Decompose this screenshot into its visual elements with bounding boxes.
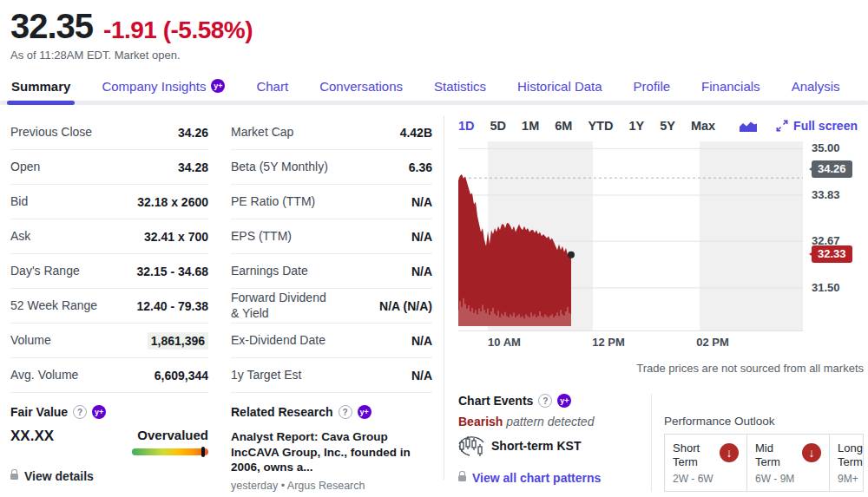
chart-events-title: Chart Events (458, 394, 533, 408)
row-label: Earnings Date (231, 264, 308, 279)
quote-table-right: Market Cap4.42BBeta (5Y Monthly)6.36PE R… (231, 115, 432, 497)
pattern-name: Short-term KST (491, 439, 581, 453)
y-tick-33.83: 33.83 (812, 188, 840, 201)
current-price: 32.35 (10, 7, 93, 46)
x-tick-02-pm: 02 PM (696, 336, 729, 349)
performance-outlook-box: Short Term↓2W - 6WMid Term↓6W - 9MLong T… (664, 434, 864, 492)
main-content: Previous Close34.26Open34.28Bid32.18 x 2… (0, 105, 868, 497)
nav-tabs: SummaryCompany Insightsy+ChartConversati… (0, 67, 868, 105)
outlook-range: 2W - 6W (673, 473, 739, 485)
quote-rows-left: Previous Close34.26Open34.28Bid32.18 x 2… (10, 115, 208, 393)
range-6m[interactable]: 6M (555, 119, 572, 133)
fullscreen-button[interactable]: Full screen (776, 119, 858, 133)
row-label: Open (10, 160, 40, 175)
quote-header: 32.35 -1.91 (-5.58%) As of 11:28AM EDT. … (0, 0, 868, 62)
chart-plot-area[interactable] (458, 141, 803, 331)
chart-x-axis: 10 AM12 PM02 PM (458, 336, 803, 350)
row-value: 1,861,396 (148, 332, 208, 350)
outlook-mid-term[interactable]: Mid Term↓6W - 9M (747, 435, 830, 491)
tab-summary[interactable]: Summary (11, 67, 70, 105)
related-research-section: Related Research y+ Analyst Report: Cava… (231, 405, 432, 497)
y-tick-31.50: 31.50 (812, 281, 840, 294)
table-row-earnings-date: Earnings DateN/A (231, 254, 432, 289)
outlook-label: Short Term (673, 441, 707, 470)
as-of-timestamp: As of 11:28AM EDT. Market open. (10, 49, 858, 62)
chart-y-axis: 35.0033.8332.6731.5034.2632.33 (805, 141, 867, 331)
table-row-1y-target-est: 1y Target EstN/A (231, 358, 432, 393)
row-value: 6,609,344 (155, 369, 208, 383)
range-1d[interactable]: 1D (458, 119, 475, 133)
row-label: Day's Range (10, 264, 80, 279)
tab-chart[interactable]: Chart (256, 67, 288, 105)
pattern-sentiment: Bearish pattern detected (458, 415, 651, 428)
view-details-link[interactable]: View details (10, 469, 208, 483)
row-value: N/A (411, 334, 432, 348)
range-5d[interactable]: 5D (490, 119, 507, 133)
trade-note: Trade prices are not sourced from all ma… (458, 362, 864, 375)
chart-section: 1D5D1M6MYTD1Y5YMax Full screen 35.0033.8… (458, 115, 858, 492)
outlook-long-term[interactable]: Long Term↑9M+ (830, 435, 868, 491)
y-tick-35.00: 35.00 (812, 141, 840, 154)
tab-financials[interactable]: Financials (701, 67, 760, 105)
tab-profile[interactable]: Profile (634, 67, 671, 105)
table-row-market-cap: Market Cap4.42B (231, 115, 432, 150)
price-change: -1.91 (-5.58%) (103, 16, 253, 44)
lock-icon (458, 475, 466, 481)
table-row-avg-volume: Avg. Volume6,609,344 (10, 358, 208, 393)
outlook-short-term[interactable]: Short Term↓2W - 6W (665, 435, 747, 491)
help-icon[interactable] (538, 394, 552, 408)
performance-outlook-title: Performance Outlook (664, 415, 864, 428)
fair-value-title: Fair Value (10, 405, 68, 419)
row-label: EPS (TTM) (231, 229, 292, 245)
view-all-patterns-link[interactable]: View all chart patterns (458, 471, 651, 485)
row-value: 34.28 (178, 160, 208, 174)
area-chart-icon[interactable] (740, 121, 757, 132)
price-chart[interactable]: 35.0033.8332.6731.5034.2632.33 10 AM12 P… (458, 141, 858, 360)
row-label: Avg. Volume (10, 368, 78, 383)
fair-value-marker (201, 447, 205, 457)
fair-value-assessment: Overvalued (137, 428, 208, 442)
range-1m[interactable]: 1M (522, 119, 539, 133)
row-label: PE Ratio (TTM) (231, 194, 315, 210)
row-value: 34.26 (178, 126, 208, 140)
row-value: N/A (N/A) (379, 299, 432, 313)
range-max[interactable]: Max (691, 119, 715, 133)
yahoo-plus-icon: y+ (358, 405, 372, 419)
table-row-ex-dividend-date: Ex-Dividend DateN/A (231, 324, 432, 358)
research-headline[interactable]: Analyst Report: Cava Group IncCAVA Group… (231, 429, 432, 475)
tab-conversations[interactable]: Conversations (319, 67, 403, 105)
current-price-badge: 32.33 (812, 245, 852, 263)
range-5y[interactable]: 5Y (660, 119, 675, 133)
outlook-range: 9M+ (838, 473, 868, 485)
row-label: Forward Dividend & Yield (231, 291, 333, 321)
quote-table-left: Previous Close34.26Open34.28Bid32.18 x 2… (10, 115, 208, 483)
arrow-down-icon: ↓ (720, 443, 739, 462)
help-icon[interactable] (339, 405, 352, 419)
row-label: Previous Close (10, 125, 92, 141)
range-1y[interactable]: 1Y (628, 119, 644, 133)
help-icon[interactable] (73, 405, 87, 419)
table-row-volume: Volume1,861,396 (10, 324, 208, 358)
fair-value-gauge (132, 448, 208, 455)
outlook-range: 6W - 9M (755, 473, 821, 485)
tab-company-insights[interactable]: Company Insightsy+ (102, 67, 225, 105)
table-row-eps-ttm: EPS (TTM)N/A (231, 219, 432, 254)
table-row-bid: Bid32.18 x 2600 (10, 185, 208, 219)
range-ytd[interactable]: YTD (588, 119, 613, 133)
yahoo-plus-icon: y+ (92, 405, 106, 419)
table-row-pe-ratio-ttm: PE Ratio (TTM)N/A (231, 185, 432, 219)
row-label: Ex-Dividend Date (231, 333, 326, 349)
table-row-52-week-range: 52 Week Range12.40 - 79.38 (10, 289, 208, 324)
outlook-label: Long Term (838, 441, 868, 470)
chart-events-section: Chart Events y+ Bearish pattern detected… (458, 394, 651, 492)
pattern-row[interactable]: Short-term KST (458, 434, 651, 457)
row-value: N/A (411, 195, 432, 209)
quote-rows-right: Market Cap4.42BBeta (5Y Monthly)6.36PE R… (231, 115, 432, 393)
row-value: 12.40 - 79.38 (136, 299, 208, 313)
tab-historical-data[interactable]: Historical Data (517, 67, 602, 105)
x-tick-10-am: 10 AM (488, 336, 521, 349)
table-row-previous-close: Previous Close34.26 (10, 115, 208, 150)
tab-analysis[interactable]: Analysis (792, 67, 840, 105)
tab-statistics[interactable]: Statistics (434, 67, 486, 105)
fair-value-section: Fair Value y+ XX.XX Overvalued View deta… (10, 405, 208, 483)
